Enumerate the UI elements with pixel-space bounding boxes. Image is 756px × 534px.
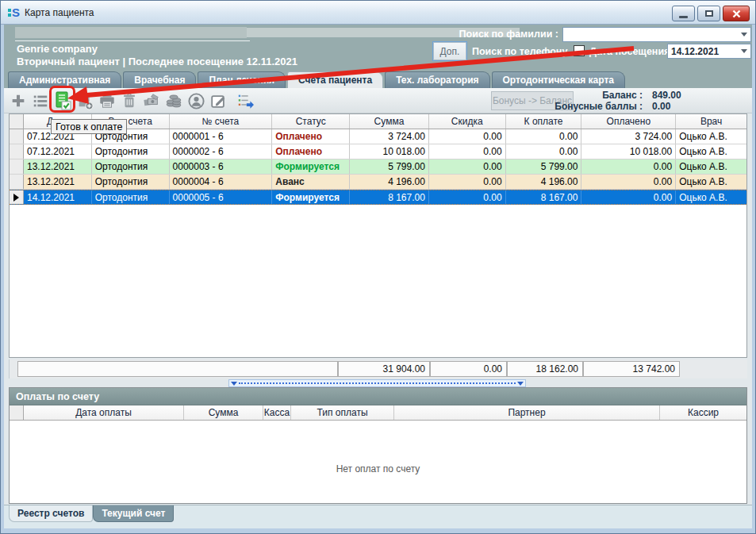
col-paid[interactable]: Оплачено: [581, 114, 676, 129]
redacted-patient-name: [15, 27, 247, 38]
totals-to-pay: 18 162.00: [507, 361, 583, 377]
client-area: Genrie company Вторичный пациент | После…: [4, 25, 752, 528]
ready-to-pay-tooltip: Готов к оплате: [51, 119, 127, 134]
search-lastname-label: Поиск по фамилии :: [459, 29, 558, 40]
tab-patient-invoices[interactable]: Счета пациента: [287, 71, 383, 88]
col-number[interactable]: № счета: [170, 114, 273, 129]
title-bar[interactable]: S Карта пациента: [1, 1, 755, 25]
delete-icon[interactable]: [120, 90, 139, 111]
name-underline: [15, 40, 250, 41]
invoices-table: Дата Вид счета № счета Статус Сумма Скид…: [9, 113, 747, 358]
tab-current-invoice[interactable]: Текущий счет: [93, 505, 174, 522]
col-payment-date[interactable]: Дата оплаты: [24, 405, 184, 420]
close-button[interactable]: [723, 6, 750, 21]
col-discount[interactable]: Скидка: [429, 114, 506, 129]
totals-paid: 13 742.00: [583, 361, 680, 377]
maximize-button[interactable]: [697, 6, 720, 21]
selected-row-arrow-icon: [13, 194, 19, 202]
col-partner[interactable]: Партнер: [394, 405, 660, 420]
discount-icon[interactable]: [142, 90, 161, 111]
status-badge: Оплачено: [272, 129, 350, 144]
col-sum[interactable]: Сумма: [350, 114, 429, 129]
company-name: Genrie company: [17, 43, 98, 55]
visit-date-select[interactable]: 14.12.2021: [667, 44, 751, 59]
chevron-down-icon[interactable]: [741, 33, 747, 36]
patient-icon[interactable]: [186, 90, 205, 111]
status-badge: Формируется: [272, 159, 350, 174]
search-lastname-input[interactable]: [562, 27, 751, 42]
table-row[interactable]: 07.12.2021 Ортодонтия 0000002 - 6 Оплаче…: [10, 144, 746, 159]
col-doctor[interactable]: Врач: [676, 114, 746, 129]
invoices-tab-page: Бонусы -> Баланс Баланс :849.00 Бонусные…: [4, 88, 752, 505]
table-row-selected[interactable]: 14.12.2021 Ортодонтия 0000005 - 6 Формир…: [10, 190, 746, 205]
balance-info: Баланс :849.00 Бонусные баллы :0.00: [508, 90, 698, 112]
tab-invoice-registry[interactable]: Реестр счетов: [9, 505, 93, 522]
col-payment-sum[interactable]: Сумма: [184, 405, 263, 420]
main-tabs: Административная Врачебная План лечения …: [4, 71, 752, 88]
payment-coins-icon[interactable]: [164, 90, 183, 111]
tab-ortho-card[interactable]: Ортодонтическая карта: [492, 71, 625, 88]
payments-panel: Оплаты по счету Дата оплаты Сумма Касса …: [9, 387, 747, 504]
ready-to-pay-icon[interactable]: [53, 90, 72, 111]
close-icon: [732, 10, 741, 18]
payments-header-row: Дата оплаты Сумма Касса Тип оплаты Партн…: [10, 405, 746, 421]
visit-date-label: Дата посещения :: [589, 46, 676, 57]
printer-icon[interactable]: [98, 90, 117, 111]
table-row[interactable]: 13.12.2021 Ортодонтия 0000004 - 6 Аванс …: [10, 175, 746, 190]
minimize-button[interactable]: [672, 6, 695, 21]
totals-empty-box: [17, 361, 338, 377]
table-row[interactable]: 13.12.2021 Ортодонтия 0000003 - 6 Формир…: [10, 159, 746, 175]
invoice-toolbar: Бонусы -> Баланс Баланс :849.00 Бонусные…: [4, 88, 752, 113]
invoice-list-icon[interactable]: [31, 90, 50, 111]
app-icon: S: [8, 7, 20, 18]
col-payment-type[interactable]: Тип оплаты: [291, 405, 394, 420]
splitter-collapse-icon[interactable]: [517, 382, 524, 386]
window-title: Карта пациента: [25, 7, 94, 18]
copy-invoice-icon[interactable]: [75, 90, 94, 111]
minimize-icon: [679, 16, 688, 18]
col-cash-desk[interactable]: Касса: [263, 405, 291, 420]
tab-tech-lab[interactable]: Тех. лаборатория: [385, 71, 489, 88]
status-badge: Аванс: [272, 175, 350, 189]
horizontal-splitter[interactable]: [228, 379, 526, 387]
patient-card-window: S Карта пациента Genrie company Вторичны…: [0, 0, 756, 534]
search-phone-checkbox[interactable]: [574, 45, 585, 56]
app-icon-letter: S: [12, 7, 20, 18]
search-phone-label: Поиск по телефону: [472, 46, 567, 57]
totals-discount: 0.00: [430, 361, 507, 377]
maximize-icon: [705, 10, 713, 17]
patient-visit-info: Вторичный пациент | Последнее посещение …: [17, 56, 297, 67]
edit-icon[interactable]: [209, 90, 228, 111]
bottom-tabs: Реестр счетов Текущий счет: [4, 505, 752, 528]
tab-medical[interactable]: Врачебная: [123, 71, 196, 88]
tab-administrative[interactable]: Административная: [8, 71, 121, 88]
dop-button[interactable]: Доп.: [433, 42, 466, 60]
bonus-points-value: 0.00: [652, 101, 698, 112]
payments-panel-title: Оплаты по счету: [10, 388, 746, 405]
status-badge: Оплачено: [272, 144, 350, 159]
status-badge: Формируется: [272, 190, 350, 204]
tab-treatment-plan[interactable]: План лечения: [198, 71, 286, 88]
payments-empty-text: Нет оплат по счету: [10, 463, 746, 474]
col-status[interactable]: Статус: [272, 114, 350, 129]
row-selector-marker: [10, 190, 24, 204]
add-invoice-icon[interactable]: [9, 90, 28, 111]
bonus-points-label: Бонусные баллы :: [508, 101, 643, 112]
balance-value: 849.00: [652, 90, 698, 101]
move-to-list-icon[interactable]: [236, 90, 255, 111]
totals-row: 31 904.00 0.00 18 162.00 13 742.00: [9, 359, 747, 378]
col-to-pay[interactable]: К оплате: [506, 114, 582, 129]
chevron-down-icon[interactable]: [741, 49, 747, 53]
col-cashier[interactable]: Кассир: [660, 405, 746, 420]
totals-sum: 31 904.00: [338, 361, 430, 377]
balance-label: Баланс :: [508, 90, 643, 101]
splitter-collapse-icon[interactable]: [231, 382, 237, 386]
